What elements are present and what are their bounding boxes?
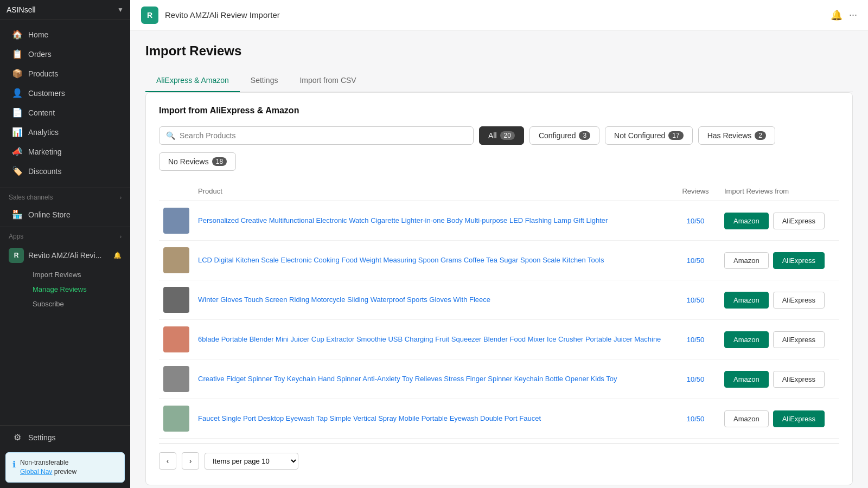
topbar-right: 🔔 ··· bbox=[831, 9, 857, 21]
apps-expand[interactable]: › bbox=[120, 234, 122, 240]
next-page-button[interactable]: › bbox=[182, 452, 199, 470]
product-thumbnail bbox=[163, 208, 189, 234]
online-store-icon: 🏪 bbox=[12, 209, 23, 220]
amazon-import-button[interactable]: Amazon bbox=[724, 213, 769, 229]
import-buttons-cell: AmazonAliExpress bbox=[720, 359, 839, 399]
main-nav: 🏠Home📋Orders📦Products👤Customers📄Content📊… bbox=[0, 20, 130, 185]
tab-aliexpress-amazon[interactable]: AliExpress & Amazon bbox=[145, 69, 240, 92]
aliexpress-import-button[interactable]: AliExpress bbox=[773, 213, 825, 229]
filter-btn-all[interactable]: All20 bbox=[479, 126, 524, 145]
product-thumb-cell bbox=[159, 359, 194, 399]
table-row: Faucet Single Port Desktop Eyewash Tap S… bbox=[159, 399, 839, 439]
product-name-link[interactable]: Faucet Single Port Desktop Eyewash Tap S… bbox=[198, 414, 541, 422]
product-name-link[interactable]: LCD Digital Kitchen Scale Electronic Coo… bbox=[198, 256, 604, 264]
sidebar-item-online-store[interactable]: 🏪 Online Store bbox=[3, 205, 127, 224]
product-reviews-cell: 10/50 bbox=[671, 201, 720, 241]
topbar-bell-icon[interactable]: 🔔 bbox=[831, 9, 843, 21]
sidebar-item-discounts[interactable]: 🏷️Discounts bbox=[3, 162, 127, 181]
reviews-link[interactable]: 10/50 bbox=[675, 217, 716, 225]
sidebar-item-content[interactable]: 📄Content bbox=[3, 103, 127, 122]
sub-nav-item-import-reviews[interactable]: Import Reviews bbox=[24, 267, 130, 282]
filter-btn-has-reviews[interactable]: Has Reviews2 bbox=[698, 126, 775, 145]
sidebar-item-orders[interactable]: 📋Orders bbox=[3, 44, 127, 63]
sidebar-item-products[interactable]: 📦Products bbox=[3, 64, 127, 83]
reviews-link[interactable]: 10/50 bbox=[675, 336, 716, 344]
product-reviews-cell: 10/50 bbox=[671, 399, 720, 439]
amazon-import-button[interactable]: Amazon bbox=[724, 331, 769, 348]
sub-nav-item-manage-reviews[interactable]: Manage Reviews bbox=[24, 282, 130, 297]
page-content: Import Reviews AliExpress & AmazonSettin… bbox=[130, 30, 868, 488]
aliexpress-import-button[interactable]: AliExpress bbox=[773, 410, 825, 427]
product-name-link[interactable]: Personalized Creative Multifunctional El… bbox=[198, 216, 608, 224]
product-thumb-cell bbox=[159, 201, 194, 241]
card-title: Import from AliExpress & Amazon bbox=[159, 106, 839, 115]
aliexpress-import-button[interactable]: AliExpress bbox=[773, 292, 825, 309]
reviews-link[interactable]: 10/50 bbox=[675, 256, 716, 265]
store-selector-chevron: ▼ bbox=[117, 6, 124, 14]
items-per-page-select[interactable]: Items per page 10Items per page 25Items … bbox=[205, 453, 298, 470]
global-nav-link[interactable]: Global Nav bbox=[20, 468, 52, 476]
reviews-link[interactable]: 10/50 bbox=[675, 296, 716, 304]
revito-app-item[interactable]: R Revito AMZ/Ali Revi... 🔔 bbox=[0, 243, 130, 267]
revito-app-icon: R bbox=[9, 248, 24, 263]
product-name-link[interactable]: Winter Gloves Touch Screen Riding Motorc… bbox=[198, 296, 490, 304]
sidebar-item-home[interactable]: 🏠Home bbox=[3, 25, 127, 44]
filter-btn-no-reviews[interactable]: No Reviews18 bbox=[159, 152, 236, 171]
tab-settings[interactable]: Settings bbox=[240, 69, 289, 92]
sub-nav-item-subscribe[interactable]: Subscribe bbox=[24, 297, 130, 311]
discounts-icon: 🏷️ bbox=[12, 166, 23, 176]
sidebar: ASINsell ▼ 🏠Home📋Orders📦Products👤Custome… bbox=[0, 0, 130, 488]
col-reviews: Reviews bbox=[671, 182, 720, 201]
product-reviews-cell: 10/50 bbox=[671, 280, 720, 320]
amazon-import-button[interactable]: Amazon bbox=[724, 292, 769, 309]
product-thumbnail bbox=[163, 366, 189, 392]
sidebar-item-customers[interactable]: 👤Customers bbox=[3, 84, 127, 102]
sidebar-item-analytics[interactable]: 📊Analytics bbox=[3, 123, 127, 142]
topbar: R Revito AMZ/Ali Review Importer 🔔 ··· bbox=[130, 0, 868, 30]
product-thumb-cell bbox=[159, 399, 194, 439]
aliexpress-import-button[interactable]: AliExpress bbox=[773, 331, 825, 348]
reviews-link[interactable]: 10/50 bbox=[675, 415, 716, 423]
import-buttons-cell: AmazonAliExpress bbox=[720, 241, 839, 280]
topbar-more-icon[interactable]: ··· bbox=[849, 9, 857, 21]
product-thumbnail bbox=[163, 287, 189, 313]
apps-label: Apps › bbox=[0, 229, 130, 243]
app-bell-icon[interactable]: 🔔 bbox=[113, 252, 122, 259]
topbar-app-title: Revito AMZ/Ali Review Importer bbox=[165, 10, 280, 20]
table-row: Personalized Creative Multifunctional El… bbox=[159, 201, 839, 241]
prev-page-button[interactable]: ‹ bbox=[159, 452, 176, 470]
settings-nav-item[interactable]: ⚙ Settings bbox=[3, 428, 127, 447]
product-thumb-cell bbox=[159, 320, 194, 359]
product-name-link[interactable]: Creative Fidget Spinner Toy Keychain Han… bbox=[198, 375, 617, 383]
page-tabs: AliExpress & AmazonSettingsImport from C… bbox=[145, 69, 853, 92]
filter-btn-configured[interactable]: Configured3 bbox=[529, 126, 599, 145]
aliexpress-import-button[interactable]: AliExpress bbox=[773, 252, 825, 269]
sidebar-item-marketing[interactable]: 📣Marketing bbox=[3, 142, 127, 161]
aliexpress-import-button[interactable]: AliExpress bbox=[773, 371, 825, 388]
products-table: Product Reviews Import Reviews from Pers… bbox=[159, 182, 839, 439]
reviews-link[interactable]: 10/50 bbox=[675, 375, 716, 383]
filter-btn-not-configured[interactable]: Not Configured17 bbox=[605, 126, 693, 145]
amazon-import-button[interactable]: Amazon bbox=[724, 410, 769, 427]
store-name: ASINsell bbox=[7, 5, 36, 14]
tab-import-csv[interactable]: Import from CSV bbox=[289, 69, 367, 92]
amazon-import-button[interactable]: Amazon bbox=[724, 252, 769, 269]
main-content: R Revito AMZ/Ali Review Importer 🔔 ··· I… bbox=[130, 0, 868, 488]
search-input[interactable] bbox=[180, 131, 467, 140]
product-name-link[interactable]: 6blade Portable Blender Mini Juicer Cup … bbox=[198, 335, 661, 343]
amazon-import-button[interactable]: Amazon bbox=[724, 371, 769, 388]
product-thumbnail bbox=[163, 326, 189, 352]
table-row: 6blade Portable Blender Mini Juicer Cup … bbox=[159, 320, 839, 359]
table-row: Winter Gloves Touch Screen Riding Motorc… bbox=[159, 280, 839, 320]
store-selector[interactable]: ASINsell ▼ bbox=[0, 0, 130, 20]
marketing-icon: 📣 bbox=[12, 146, 23, 157]
import-buttons-cell: AmazonAliExpress bbox=[720, 280, 839, 320]
product-reviews-cell: 10/50 bbox=[671, 320, 720, 359]
content-icon: 📄 bbox=[12, 107, 23, 118]
non-transferable-banner: ℹ Non-transferable Global Nav preview bbox=[5, 452, 125, 483]
import-buttons-cell: AmazonAliExpress bbox=[720, 399, 839, 439]
product-name-cell: Personalized Creative Multifunctional El… bbox=[194, 201, 671, 241]
settings-icon: ⚙ bbox=[12, 432, 23, 442]
sales-channels-expand[interactable]: › bbox=[120, 195, 122, 201]
pagination-row: ‹ › Items per page 10Items per page 25It… bbox=[159, 443, 839, 472]
